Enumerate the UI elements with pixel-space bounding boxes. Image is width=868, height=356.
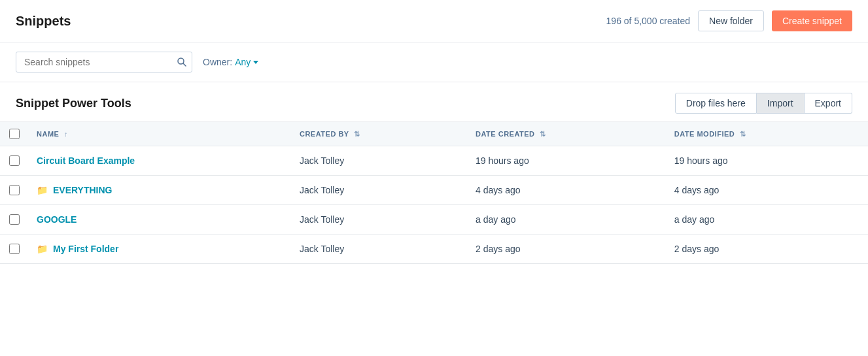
page-title: Snippets	[16, 14, 71, 29]
owner-dropdown[interactable]: Any	[235, 57, 258, 67]
row-1-created-by: Jack Tolley	[292, 176, 468, 205]
owner-label: Owner:	[203, 57, 232, 67]
row-2-checkbox-cell	[0, 205, 29, 235]
row-0-date-created: 19 hours ago	[468, 146, 667, 176]
table-header-row: NAME ↑ CREATED BY ⇅ DATE CREATED ⇅ DATE …	[0, 122, 868, 146]
row-3-created-by: Jack Tolley	[292, 235, 468, 264]
section-header: Snippet Power Tools Drop files here Impo…	[0, 82, 868, 121]
top-header: Snippets 196 of 5,000 created New folder…	[0, 0, 868, 42]
svg-line-1	[183, 63, 186, 66]
name-column-header[interactable]: NAME ↑	[29, 122, 292, 146]
row-0-checkbox[interactable]	[9, 155, 20, 166]
folder-icon: 📁	[37, 185, 48, 195]
section-title: Snippet Power Tools	[16, 97, 131, 110]
row-2-checkbox[interactable]	[9, 214, 20, 225]
table-container: NAME ↑ CREATED BY ⇅ DATE CREATED ⇅ DATE …	[0, 121, 868, 264]
owner-filter: Owner: Any	[203, 57, 258, 67]
row-3-date-created: 2 days ago	[468, 235, 667, 264]
snippets-table: NAME ↑ CREATED BY ⇅ DATE CREATED ⇅ DATE …	[0, 122, 868, 264]
row-3-date-modified: 2 days ago	[667, 235, 868, 264]
row-2-name-cell: GOOGLE	[29, 205, 292, 235]
search-container	[16, 52, 192, 73]
export-button[interactable]: Export	[805, 93, 852, 114]
table-row: 📁 EVERYTHING Jack Tolley4 days ago4 days…	[0, 176, 868, 205]
chevron-down-icon	[253, 61, 258, 64]
row-0-name-cell: Circuit Board Example	[29, 146, 292, 176]
row-1-date-modified: 4 days ago	[667, 176, 868, 205]
row-0-name-link[interactable]: Circuit Board Example	[37, 155, 284, 166]
search-icon	[177, 57, 187, 67]
table-row: GOOGLEJack Tolleya day agoa day ago	[0, 205, 868, 235]
created-by-sort-icon: ⇅	[354, 130, 360, 138]
created-by-column-header[interactable]: CREATED BY ⇅	[292, 122, 468, 146]
table-row: 📁 My First Folder Jack Tolley2 days ago2…	[0, 235, 868, 264]
section-actions: Drop files here Import Export	[675, 93, 852, 114]
snippets-count: 196 of 5,000 created	[606, 16, 690, 26]
create-snippet-button[interactable]: Create snippet	[772, 10, 852, 31]
row-3-name-link[interactable]: 📁 My First Folder	[37, 244, 284, 254]
search-button[interactable]	[177, 57, 187, 67]
row-2-date-modified: a day ago	[667, 205, 868, 235]
new-folder-button[interactable]: New folder	[698, 10, 764, 31]
row-1-checkbox-cell	[0, 176, 29, 205]
date-modified-column-header[interactable]: DATE MODIFIED ⇅	[667, 122, 868, 146]
header-actions: 196 of 5,000 created New folder Create s…	[606, 10, 852, 31]
row-2-name-link[interactable]: GOOGLE	[37, 214, 284, 225]
drop-files-button[interactable]: Drop files here	[675, 93, 757, 114]
row-0-checkbox-cell	[0, 146, 29, 176]
search-input[interactable]	[16, 52, 192, 73]
row-2-date-created: a day ago	[468, 205, 667, 235]
row-0-date-modified: 19 hours ago	[667, 146, 868, 176]
table-row: Circuit Board ExampleJack Tolley19 hours…	[0, 146, 868, 176]
date-created-sort-icon: ⇅	[540, 130, 546, 138]
row-3-checkbox[interactable]	[9, 244, 20, 254]
row-3-checkbox-cell	[0, 235, 29, 264]
import-button[interactable]: Import	[757, 93, 805, 114]
row-1-date-created: 4 days ago	[468, 176, 667, 205]
date-modified-sort-icon: ⇅	[740, 130, 746, 138]
select-all-header	[0, 122, 29, 146]
row-2-created-by: Jack Tolley	[292, 205, 468, 235]
name-sort-icon: ↑	[64, 130, 68, 138]
select-all-checkbox[interactable]	[9, 129, 20, 139]
folder-icon: 📁	[37, 244, 48, 254]
row-1-name-cell: 📁 EVERYTHING	[29, 176, 292, 205]
date-created-column-header[interactable]: DATE CREATED ⇅	[468, 122, 667, 146]
toolbar: Owner: Any	[0, 42, 868, 82]
row-1-checkbox[interactable]	[9, 185, 20, 195]
row-0-created-by: Jack Tolley	[292, 146, 468, 176]
row-3-name-cell: 📁 My First Folder	[29, 235, 292, 264]
row-1-name-link[interactable]: 📁 EVERYTHING	[37, 185, 284, 195]
